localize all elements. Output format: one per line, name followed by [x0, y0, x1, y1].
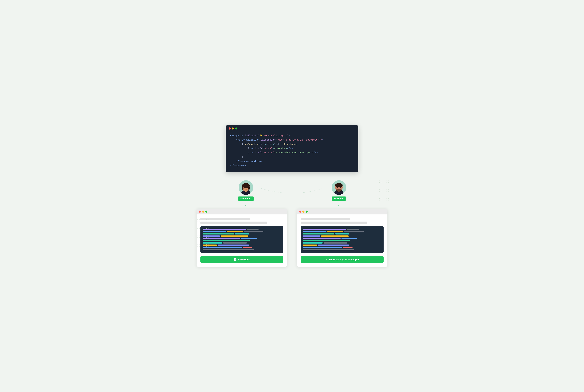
personas-absolute-row: Developer [238, 180, 346, 207]
svg-point-19 [338, 188, 339, 189]
browser-tl-green-mkt [306, 210, 308, 213]
svg-point-7 [244, 188, 245, 188]
view-docs-button[interactable]: 📄 View docs [200, 256, 283, 263]
persona-marketer: Marketer [332, 180, 346, 207]
code-line-5: : <a href="/share">Share with your devel… [230, 151, 354, 155]
svg-rect-6 [248, 186, 250, 190]
code-line-7: </Personalization> [230, 159, 354, 164]
code-body: <Suspense fallback="✨ Personalizing...">… [226, 131, 358, 172]
traffic-light-green [235, 128, 237, 130]
svg-point-9 [246, 189, 246, 189]
browser-window-marketer: ↗ Share with your developer [297, 208, 387, 267]
browser-placeholder-title-mkt [301, 218, 350, 220]
traffic-light-red [229, 128, 231, 130]
code-line-3: {(isDeveloper: boolean) => isDeveloper [230, 142, 354, 146]
svg-marker-20 [338, 205, 340, 206]
browser-placeholder-subtitle-mkt [301, 222, 367, 224]
persona-developer: Developer [238, 180, 254, 207]
browser-titlebar-marketer [297, 208, 387, 214]
share-label: Share with your developer [329, 258, 359, 261]
main-container: <Suspense fallback="✨ Personalizing...">… [195, 125, 389, 267]
share-with-developer-button[interactable]: ↗ Share with your developer [301, 256, 384, 263]
developer-badge: Developer [238, 196, 254, 201]
svg-point-16 [336, 189, 342, 192]
code-window: <Suspense fallback="✨ Personalizing...">… [226, 125, 358, 172]
developer-arrow [244, 202, 248, 207]
browser-tl-red-mkt [299, 210, 301, 213]
browser-tl-red-dev [199, 210, 201, 213]
dots-decoration-left [192, 218, 211, 248]
share-icon: ↗ [325, 258, 327, 261]
view-docs-icon: 📄 [234, 258, 237, 261]
browser-tl-yellow-dev [202, 210, 204, 213]
personas-section: Developer [195, 180, 389, 208]
browser-body-marketer: ↗ Share with your developer [297, 214, 387, 267]
svg-point-18 [340, 187, 341, 188]
svg-point-15 [335, 183, 343, 187]
view-docs-label: View docs [238, 258, 250, 261]
traffic-light-yellow [232, 128, 234, 130]
code-line-1: <Suspense fallback="✨ Personalizing..."> [230, 134, 354, 138]
svg-rect-5 [242, 186, 243, 190]
browser-tl-yellow-mkt [302, 210, 304, 213]
marketer-arrow [337, 202, 341, 207]
code-titlebar [226, 125, 358, 131]
code-line-4: ? <a href="/docs">View docs</a> [230, 146, 354, 151]
personas-with-connector: Developer [195, 180, 389, 207]
browser-titlebar-developer [197, 208, 287, 214]
avatar-developer [239, 180, 253, 195]
code-screenshot-marketer [301, 226, 384, 253]
code-screenshot-developer [200, 226, 283, 253]
code-line-2: <Personalization expression="user's pers… [230, 138, 354, 142]
svg-point-17 [337, 187, 338, 188]
browsers-row: 📄 View docs [195, 208, 389, 267]
code-line-8: </Suspense> [230, 164, 354, 168]
svg-point-8 [247, 188, 248, 188]
marketer-badge: Marketer [332, 196, 346, 201]
svg-marker-10 [245, 205, 247, 206]
avatar-marketer [332, 180, 346, 195]
code-line-6: } [230, 155, 354, 159]
browser-tl-green-dev [205, 210, 207, 213]
